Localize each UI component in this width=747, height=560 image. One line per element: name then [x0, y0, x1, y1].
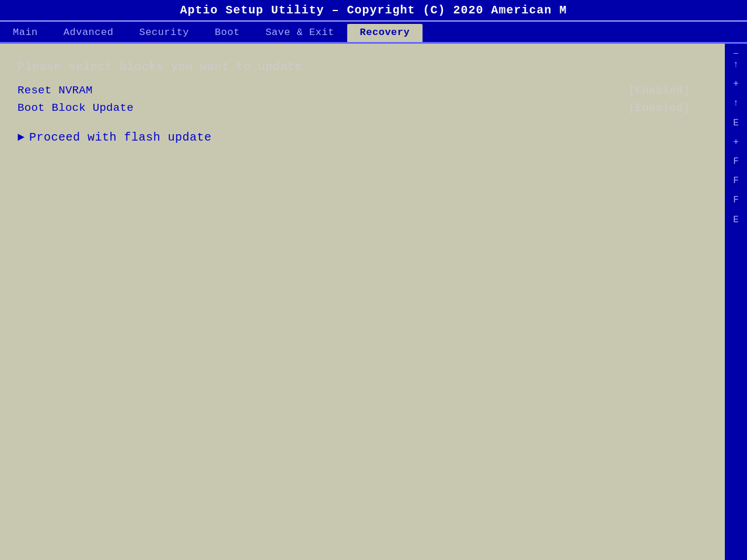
proceed-arrow-icon: ► — [18, 131, 25, 144]
nav-bar: MainAdvancedSecurityBootSave & ExitRecov… — [0, 22, 747, 44]
nav-item-security[interactable]: Security — [126, 24, 202, 42]
right-sidebar: ↑+↑E+FFFE — [725, 44, 747, 560]
settings-container: Reset NVRAM[Enabled]Boot Block Update[En… — [18, 84, 707, 114]
proceed-label: Proceed with flash update — [29, 131, 212, 144]
sidebar-item-0: ↑ — [733, 60, 739, 71]
sidebar-item-3: E — [733, 118, 739, 129]
sidebar-item-7: F — [733, 195, 739, 206]
setting-label-0: Reset NVRAM — [18, 84, 93, 97]
sidebar-items-container: ↑+↑E+FFFE — [733, 50, 739, 234]
sidebar-item-4: + — [733, 137, 739, 148]
nav-item-advanced[interactable]: Advanced — [51, 24, 127, 42]
sidebar-divider — [734, 53, 738, 54]
nav-item-recovery[interactable]: Recovery — [347, 24, 423, 42]
sidebar-item-1: + — [733, 79, 739, 90]
setting-value-1: [Enabled] — [629, 102, 690, 114]
setting-row-1[interactable]: Boot Block Update[Enabled] — [18, 102, 707, 114]
nav-item-save---exit[interactable]: Save & Exit — [253, 24, 347, 42]
setting-value-0: [Enabled] — [629, 84, 690, 97]
nav-item-main[interactable]: Main — [0, 24, 51, 42]
content-area: Please select blocks you want to update … — [0, 44, 725, 560]
sidebar-item-2: ↑ — [733, 98, 739, 109]
sidebar-item-6: F — [733, 176, 739, 187]
sidebar-item-5: F — [733, 156, 739, 167]
section-title: Please select blocks you want to update — [18, 60, 707, 74]
setting-row-0[interactable]: Reset NVRAM[Enabled] — [18, 84, 707, 97]
proceed-with-flash-update[interactable]: ► Proceed with flash update — [18, 131, 707, 144]
sidebar-item-8: E — [733, 215, 739, 226]
nav-item-boot[interactable]: Boot — [202, 24, 253, 42]
title-bar: Aptio Setup Utility – Copyright (C) 2020… — [0, 0, 747, 22]
setting-label-1: Boot Block Update — [18, 102, 134, 114]
main-content: Please select blocks you want to update … — [0, 44, 747, 560]
